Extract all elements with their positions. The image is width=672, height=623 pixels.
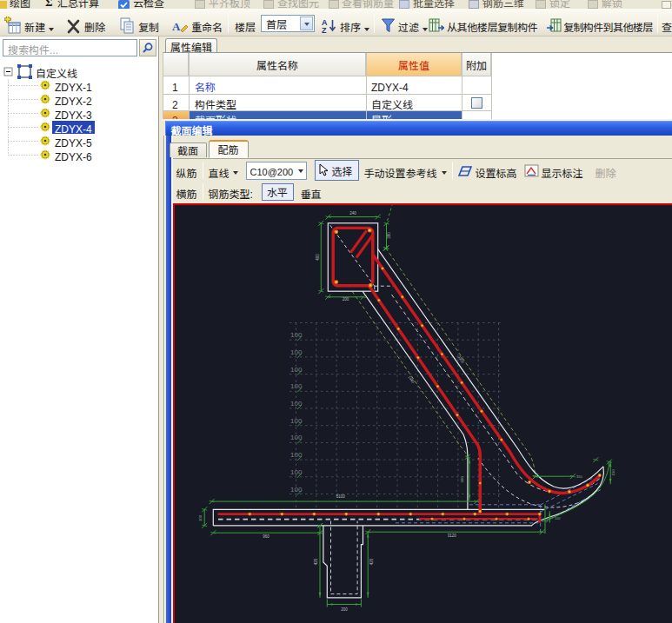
svg-text:960: 960 [263, 534, 269, 539]
svg-text:100: 100 [197, 514, 203, 521]
svg-text:420: 420 [313, 558, 318, 565]
svg-text:A: A [172, 20, 181, 33]
svg-text:400: 400 [315, 254, 320, 261]
svg-text:3120: 3120 [448, 533, 457, 538]
svg-text:200: 200 [343, 296, 349, 302]
svg-text:150: 150 [610, 469, 615, 476]
svg-text:420: 420 [369, 558, 374, 565]
svg-text:100: 100 [555, 515, 561, 520]
svg-text:350: 350 [576, 474, 582, 479]
svg-text:200: 200 [341, 606, 348, 612]
svg-text:240: 240 [349, 210, 356, 215]
svg-text:Z: Z [322, 24, 327, 35]
svg-text:380: 380 [386, 232, 391, 239]
svg-text:300: 300 [459, 476, 464, 483]
svg-text:5100: 5100 [336, 494, 346, 499]
